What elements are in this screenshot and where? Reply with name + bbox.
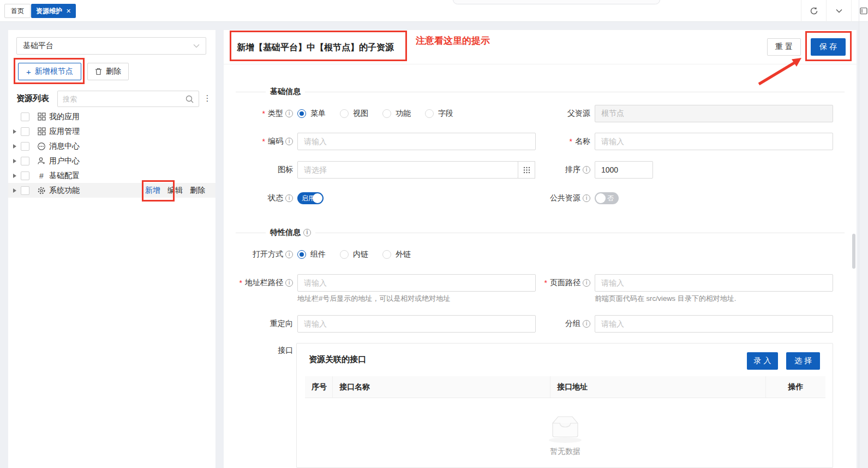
group-field[interactable] — [595, 315, 833, 333]
tree-row-my-apps[interactable]: 我的应用 — [8, 109, 215, 124]
chevron-down-icon — [193, 44, 200, 48]
name-field[interactable] — [595, 133, 833, 150]
reset-button[interactable]: 重 置 — [767, 38, 801, 56]
delete-label: 删除 — [106, 67, 121, 76]
address-path-hint: 地址栏#号后显示的地址，可以是相对或绝对地址 — [297, 294, 450, 304]
code-field[interactable] — [297, 133, 536, 150]
tab-home[interactable]: 首页 — [4, 4, 31, 18]
message-icon — [37, 142, 46, 151]
tree-item-label: 应用管理 — [49, 127, 80, 137]
page-path-field[interactable] — [595, 274, 833, 292]
tree-row-system-functions[interactable]: 系统功能 新增 编辑 删除 — [8, 183, 215, 198]
vertical-scrollbar[interactable] — [852, 234, 855, 269]
sort-field[interactable] — [595, 161, 653, 179]
radio-icon — [297, 109, 306, 118]
address-path-field[interactable] — [297, 274, 536, 292]
close-icon[interactable]: ✕ — [66, 8, 71, 14]
tree-row-app-management[interactable]: 应用管理 — [8, 124, 215, 139]
name-label: 名称 — [575, 137, 590, 146]
column-header-api-url: 接口地址 — [550, 376, 765, 398]
column-header-seq: 序号 — [305, 376, 332, 398]
tabs-menu-button[interactable] — [826, 0, 851, 22]
address-path-label: 地址栏路径 — [245, 278, 283, 288]
api-table-header: 序号 接口名称 接口地址 操作 — [305, 376, 825, 398]
tree-action-delete[interactable]: 删除 — [190, 186, 205, 196]
parent-label: 父资源 — [567, 109, 590, 119]
checkbox[interactable] — [21, 157, 29, 165]
tree-more-options[interactable]: ⋮ — [202, 90, 212, 106]
redirect-label: 重定向 — [270, 319, 293, 329]
tab-bar: 首页 资源维护 ✕ — [0, 0, 868, 22]
radio-label: 视图 — [353, 109, 368, 119]
api-panel: 资源关联的接口 录 入 选 择 序号 接口名称 接口地址 操作 暂无数据 — [296, 343, 833, 468]
radio-icon — [340, 250, 349, 259]
expand-caret-icon[interactable] — [13, 188, 16, 193]
column-header-api-name: 接口名称 — [332, 376, 550, 398]
redirect-field[interactable] — [297, 315, 536, 333]
info-icon — [285, 138, 293, 145]
radio-open-component[interactable]: 组件 — [297, 250, 326, 259]
expand-caret-icon[interactable] — [13, 159, 16, 163]
refresh-button[interactable] — [801, 0, 826, 22]
radio-icon — [382, 109, 391, 118]
icon-field[interactable] — [297, 161, 518, 179]
fullscreen-button[interactable] — [859, 0, 868, 22]
status-toggle[interactable]: 启用 — [297, 192, 324, 204]
page-path-label: 页面路径 — [550, 278, 580, 288]
public-resource-toggle[interactable]: 否 — [595, 192, 619, 204]
tree-action-edit[interactable]: 编辑 — [167, 186, 183, 196]
tree-row-basic-config[interactable]: # 基础配置 — [8, 168, 215, 183]
api-enter-button[interactable]: 录 入 — [747, 352, 778, 370]
tree-action-add[interactable]: 新增 — [145, 186, 160, 196]
column-header-actions: 操作 — [765, 376, 825, 398]
grid-dots-icon — [523, 167, 530, 174]
info-icon — [583, 194, 590, 202]
basic-info-section: 基础信息 — [236, 87, 845, 97]
radio-label: 组件 — [310, 250, 326, 259]
checkbox[interactable] — [21, 142, 29, 151]
radio-icon — [297, 250, 306, 259]
checkbox[interactable] — [21, 186, 29, 195]
public-resource-label: 公共资源 — [550, 193, 580, 203]
resource-tree: 我的应用 应用管理 消息中心 用户中心 — [8, 109, 215, 198]
info-icon — [285, 251, 293, 258]
tree-row-user-center[interactable]: 用户中心 — [8, 153, 215, 168]
icon-picker-button[interactable] — [518, 161, 535, 179]
resource-form-panel: 新增【基础平台】中【根节点】的子资源 重 置 保 存 基础信息 类型 菜单 视图… — [224, 30, 857, 468]
info-icon — [583, 166, 590, 174]
expand-caret-icon[interactable] — [13, 174, 16, 178]
radio-open-internal-link[interactable]: 内链 — [340, 250, 368, 259]
search-icon[interactable] — [185, 95, 194, 103]
radio-type-view[interactable]: 视图 — [340, 109, 368, 119]
checkbox[interactable] — [21, 112, 29, 121]
radio-type-field[interactable]: 字段 — [425, 109, 453, 119]
radio-open-external-link[interactable]: 外链 — [382, 250, 411, 259]
tree-item-label: 基础配置 — [49, 171, 80, 181]
status-label: 状态 — [268, 193, 283, 203]
expand-caret-icon[interactable] — [13, 144, 16, 149]
radio-type-menu[interactable]: 菜单 — [297, 109, 326, 119]
empty-state-text: 暂无数据 — [550, 447, 580, 457]
info-icon — [285, 110, 293, 117]
checkbox[interactable] — [21, 171, 29, 180]
api-select-button[interactable]: 选 择 — [786, 352, 820, 370]
radio-icon — [382, 250, 391, 259]
plus-icon: + — [26, 68, 31, 76]
tab-resource-maintenance[interactable]: 资源维护 ✕ — [31, 4, 76, 18]
save-button[interactable]: 保 存 — [811, 38, 846, 56]
platform-select[interactable]: 基础平台 — [16, 37, 206, 55]
platform-select-value: 基础平台 — [23, 41, 53, 51]
checkbox[interactable] — [21, 127, 29, 136]
delete-button[interactable]: 删除 — [87, 63, 129, 80]
tree-search-box[interactable] — [57, 91, 199, 107]
expand-caret-icon[interactable] — [13, 129, 16, 134]
appstore-icon — [37, 127, 46, 136]
search-input[interactable] — [63, 95, 185, 103]
add-root-node-button[interactable]: + 新增根节点 — [18, 63, 81, 80]
refresh-icon — [810, 7, 818, 15]
empty-state: 暂无数据 — [305, 413, 825, 457]
tree-row-message-center[interactable]: 消息中心 — [8, 139, 215, 153]
tree-item-label: 用户中心 — [49, 156, 80, 166]
radio-type-function[interactable]: 功能 — [382, 109, 411, 119]
clipped-popup-edge — [453, 0, 660, 4]
